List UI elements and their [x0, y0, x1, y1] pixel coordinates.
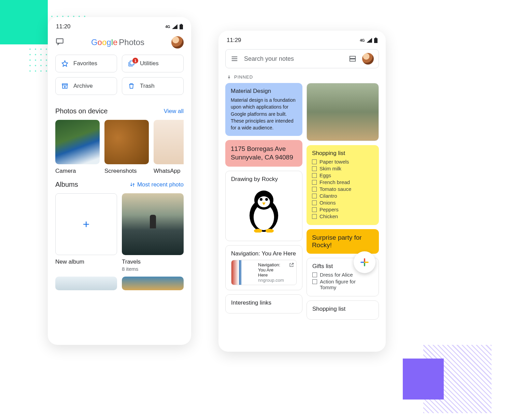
note-title: Interesting links: [231, 299, 297, 306]
search-bar[interactable]: Search your notes: [225, 49, 379, 68]
checkbox-icon: [312, 173, 317, 178]
signal-icon: [367, 38, 372, 43]
checklist-item[interactable]: Cilantro: [312, 193, 373, 199]
checkbox-icon: [312, 187, 317, 192]
checklist-label: Tomato sauce: [319, 186, 351, 192]
plus-icon: [359, 257, 370, 267]
folder-whatsapp[interactable]: WhatsApp: [154, 120, 184, 174]
checklist-label: Peppers: [319, 207, 339, 212]
note-shopping-list-2[interactable]: Shopping list: [307, 300, 379, 320]
checkbox-icon: [312, 279, 317, 284]
link-preview[interactable]: Navigation: You Are Here nngroup.com: [231, 260, 297, 285]
checklist-label: Paper towels: [319, 159, 349, 165]
checklist-item[interactable]: Eggs: [312, 172, 373, 178]
open-external-icon[interactable]: [287, 260, 296, 285]
trash-chip[interactable]: Trash: [122, 77, 184, 95]
travels-thumbnail: [122, 193, 184, 255]
checkbox-icon: [312, 180, 317, 185]
archive-chip[interactable]: Archive: [55, 77, 117, 95]
status-time: 11:20: [56, 23, 71, 30]
svg-rect-6: [374, 38, 378, 43]
avatar[interactable]: [362, 53, 374, 65]
checklist-label: Skim milk: [319, 166, 341, 171]
album-travels[interactable]: Travels 8 items: [122, 193, 184, 272]
svg-point-15: [265, 198, 268, 201]
checklist-item[interactable]: Chicken: [312, 213, 373, 219]
link-title: Navigation: You Are Here: [258, 262, 284, 278]
new-album-tile[interactable]: + New album: [55, 193, 117, 272]
layout-toggle-icon[interactable]: [349, 55, 357, 63]
svg-rect-2: [56, 39, 63, 43]
note-title: Navigation: You Are Here: [231, 250, 297, 257]
album-thumbnail[interactable]: [55, 277, 117, 290]
checkbox-icon: [312, 159, 317, 164]
svg-rect-9: [350, 59, 356, 61]
app-title: Google Photos: [91, 38, 144, 47]
feedback-icon[interactable]: [55, 37, 64, 47]
note-navigation[interactable]: Navigation: You Are Here Navigation: You…: [225, 245, 302, 290]
checklist-item[interactable]: French bread: [312, 179, 373, 185]
sort-label: Most recent photo: [137, 181, 184, 188]
google-photos-phone: 11:20 4G Google Photos Favorites 1 Utili…: [48, 17, 191, 345]
note-body: Surprise party for Rocky!: [312, 234, 362, 249]
checklist-label: Eggs: [319, 172, 331, 178]
folder-label: Camera: [55, 168, 100, 174]
svg-rect-7: [375, 38, 376, 38]
checkbox-icon: [312, 272, 317, 277]
google-keep-phone: 11:29 4G Search your notes PINNED Materi…: [218, 31, 386, 352]
link-thumbnail: [231, 260, 255, 285]
penguin-drawing: [231, 185, 297, 236]
checklist-item[interactable]: Tomato sauce: [312, 186, 373, 192]
svg-rect-1: [181, 24, 182, 25]
menu-icon[interactable]: [230, 55, 239, 63]
checklist-item[interactable]: Onions: [312, 200, 373, 206]
svg-point-13: [258, 196, 270, 207]
checkbox-icon: [312, 166, 317, 171]
note-interesting-links[interactable]: Interesting links: [225, 294, 302, 313]
note-drawing[interactable]: Drawing by Rocky: [225, 171, 302, 241]
whatsapp-thumbnail: [154, 120, 184, 164]
utilities-chip[interactable]: 1 Utilities: [122, 55, 184, 72]
note-title: Drawing by Rocky: [231, 176, 297, 183]
sort-button[interactable]: Most recent photo: [130, 181, 184, 188]
note-title: Shopping list: [312, 306, 373, 312]
svg-rect-8: [350, 56, 356, 58]
note-dog-photo[interactable]: [307, 83, 379, 141]
folder-screenshots[interactable]: Screenshots: [104, 120, 149, 174]
note-body: Material design is a foundation upon whi…: [231, 97, 297, 131]
checkbox-icon: [312, 200, 317, 205]
avatar[interactable]: [171, 36, 184, 48]
note-material-design[interactable]: Material Design Material design is a fou…: [225, 83, 302, 136]
utilities-label: Utilities: [140, 60, 159, 67]
favorites-chip[interactable]: Favorites: [55, 55, 117, 72]
search-placeholder: Search your notes: [244, 55, 343, 62]
album-subtitle: 8 items: [122, 266, 184, 272]
checklist-label: Onions: [319, 200, 336, 206]
utilities-badge: 1: [132, 58, 138, 64]
checklist-item[interactable]: Peppers: [312, 207, 373, 212]
checklist-item[interactable]: Action figure for Tommy: [312, 279, 373, 290]
create-note-fab[interactable]: [354, 251, 375, 273]
note-address[interactable]: 1175 Borregas Ave Sunnyvale, CA 94089: [225, 140, 302, 166]
trash-icon: [128, 82, 135, 90]
note-shopping-list[interactable]: Shopping list Paper towelsSkim milkEggsF…: [307, 145, 379, 225]
checklist-label: Chicken: [319, 213, 338, 219]
note-surprise-party[interactable]: Surprise party for Rocky!: [307, 229, 379, 254]
checklist-label: Action figure for Tommy: [320, 279, 373, 290]
sort-icon: [130, 182, 135, 187]
folder-camera[interactable]: Camera: [55, 120, 100, 174]
album-thumbnail[interactable]: [122, 277, 184, 290]
checklist-item[interactable]: Paper towels: [312, 159, 373, 165]
svg-point-14: [260, 198, 262, 201]
albums-title: Albums: [55, 181, 78, 188]
app-title-photos: Photos: [119, 38, 144, 47]
checklist-item[interactable]: Skim milk: [312, 166, 373, 171]
checkbox-icon: [312, 214, 317, 219]
checklist-label: Cilantro: [319, 193, 337, 199]
archive-label: Archive: [73, 83, 93, 89]
checkbox-icon: [312, 194, 317, 198]
svg-rect-0: [180, 25, 183, 29]
folder-label: Screenshots: [104, 168, 149, 174]
view-all-link[interactable]: View all: [164, 108, 184, 115]
pin-icon: [227, 75, 231, 80]
